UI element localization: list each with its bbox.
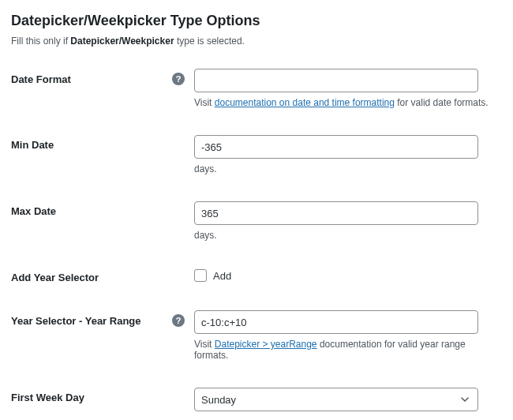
min-date-hint: days. (194, 163, 502, 174)
first-week-day-label: First Week Day (11, 392, 84, 403)
add-year-selector-checkbox[interactable] (194, 269, 207, 282)
year-range-doc-link[interactable]: Datepicker > yearRange (215, 339, 317, 350)
min-date-label: Min Date (11, 139, 54, 151)
add-year-selector-label: Add Year Selector (11, 272, 99, 283)
date-format-input[interactable] (194, 69, 478, 92)
first-week-day-select[interactable]: Sunday (194, 388, 478, 411)
section-heading: Datepicker/Weekpicker Type Options (11, 13, 502, 29)
date-format-label: Date Format (11, 73, 71, 85)
add-year-selector-check-label: Add (213, 270, 231, 282)
date-format-hint: Visit documentation on date and time for… (194, 97, 502, 108)
date-format-doc-link[interactable]: documentation on date and time formattin… (215, 97, 395, 108)
section-subtitle: Fill this only if Datepicker/Weekpicker … (11, 36, 502, 47)
year-range-input[interactable] (194, 310, 478, 334)
help-icon[interactable]: ? (172, 314, 185, 327)
year-range-hint: Visit Datepicker > yearRange documentati… (194, 339, 502, 361)
max-date-label: Max Date (11, 205, 56, 217)
max-date-hint: days. (194, 230, 502, 241)
year-range-label: Year Selector - Year Range (11, 315, 141, 327)
help-icon[interactable]: ? (172, 73, 185, 85)
min-date-input[interactable] (194, 135, 478, 159)
max-date-input[interactable] (194, 201, 478, 225)
